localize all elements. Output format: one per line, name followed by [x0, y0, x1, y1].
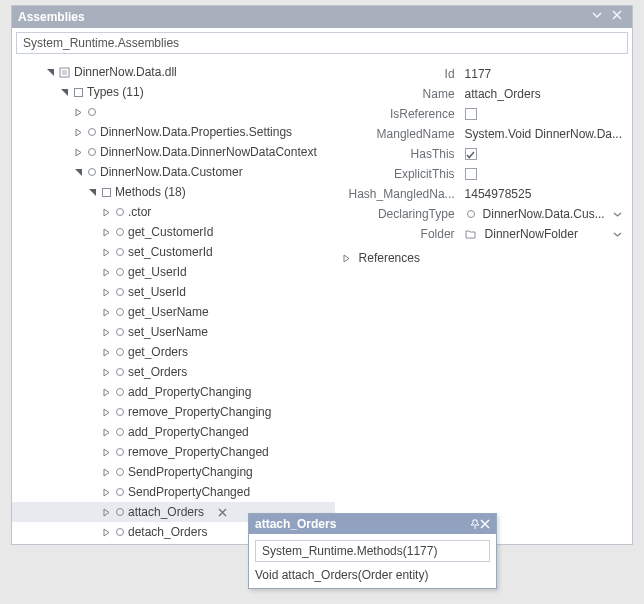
expand-toggle[interactable] [44, 66, 56, 78]
methods-icon [102, 188, 111, 197]
expand-toggle[interactable] [72, 106, 84, 118]
method-icon [116, 448, 124, 456]
prop-folder: Folder DinnerNowFolder [335, 224, 622, 244]
tree-node-types[interactable]: Types (11) [12, 82, 335, 102]
tree-node-method[interactable]: remove_PropertyChanging [12, 402, 335, 422]
expand-toggle[interactable] [58, 86, 70, 98]
method-icon [116, 428, 124, 436]
expand-toggle[interactable] [100, 466, 112, 478]
method-icon [116, 368, 124, 376]
expand-toggle[interactable] [100, 386, 112, 398]
remove-icon[interactable] [216, 506, 228, 518]
tree-node-method[interactable]: add_PropertyChanging [12, 382, 335, 402]
expand-toggle[interactable] [100, 346, 112, 358]
expand-toggle[interactable] [100, 246, 112, 258]
prop-name: Name attach_Orders [335, 84, 622, 104]
expand-toggle[interactable] [72, 146, 84, 158]
tree-node-type[interactable]: DinnerNow.Data.Customer [12, 162, 335, 182]
close-icon[interactable] [612, 10, 626, 24]
expand-toggle[interactable] [100, 446, 112, 458]
tree-node-methods[interactable]: Methods (18) [12, 182, 335, 202]
tooltip-window: attach_Orders System_Runtime.Methods(117… [248, 513, 497, 589]
tree-node-method[interactable]: set_CustomerId [12, 242, 335, 262]
prop-label: DeclaringType [335, 207, 465, 221]
method-icon [116, 288, 124, 296]
expand-toggle[interactable] [100, 526, 112, 538]
tree-node-dll[interactable]: DinnerNow.Data.dll [12, 62, 335, 82]
expand-toggle[interactable] [100, 486, 112, 498]
dropdown-icon[interactable] [613, 230, 622, 239]
tree-view[interactable]: DinnerNow.Data.dll Types (11) DinnerNow.… [12, 58, 335, 544]
type-icon [88, 108, 96, 116]
tree-node-method[interactable]: get_Orders [12, 342, 335, 362]
method-icon [116, 308, 124, 316]
search-value: System_Runtime.Assemblies [23, 36, 179, 50]
method-icon [116, 388, 124, 396]
tree-label: detach_Orders [128, 525, 211, 539]
expand-toggle[interactable] [100, 206, 112, 218]
expand-toggle[interactable] [72, 126, 84, 138]
prop-label: IsReference [335, 107, 465, 121]
expand-toggle[interactable] [100, 326, 112, 338]
expand-toggle[interactable] [86, 186, 98, 198]
close-icon[interactable] [480, 519, 490, 529]
tree-node-method[interactable]: SendPropertyChanging [12, 462, 335, 482]
tree-label: set_CustomerId [128, 245, 217, 259]
tree-label: .ctor [128, 205, 155, 219]
prop-value [465, 108, 622, 120]
expand-toggle[interactable] [100, 506, 112, 518]
tooltip-path-box[interactable]: System_Runtime.Methods(1177) [255, 540, 490, 562]
prop-label: Hash_MangledNa... [335, 187, 465, 201]
checkbox-icon [465, 148, 477, 160]
tooltip-signature: Void attach_Orders(Order entity) [255, 568, 490, 582]
prop-value: System.Void DinnerNow.Da... [465, 127, 622, 141]
dropdown-icon[interactable] [613, 210, 622, 219]
tree-node-method[interactable]: get_UserName [12, 302, 335, 322]
expand-toggle[interactable] [100, 426, 112, 438]
references-row[interactable]: References [335, 248, 622, 268]
prop-value: DinnerNow.Data.Cus... [465, 207, 622, 221]
tree-node-method[interactable]: add_PropertyChanged [12, 422, 335, 442]
tree-node-method[interactable]: get_CustomerId [12, 222, 335, 242]
method-icon [116, 508, 124, 516]
tree-label: add_PropertyChanged [128, 425, 253, 439]
tooltip-titlebar: attach_Orders [249, 514, 496, 534]
tree-node-method[interactable]: set_Orders [12, 362, 335, 382]
expand-toggle[interactable] [100, 366, 112, 378]
dll-icon [58, 66, 70, 78]
expand-toggle[interactable] [100, 226, 112, 238]
expand-toggle[interactable] [100, 286, 112, 298]
type-icon [88, 168, 96, 176]
prop-isreference: IsReference [335, 104, 622, 124]
prop-value: 1454978525 [465, 187, 622, 201]
tree-label: set_Orders [128, 365, 191, 379]
tooltip-path: System_Runtime.Methods(1177) [262, 544, 437, 558]
expand-toggle[interactable] [100, 406, 112, 418]
method-icon [116, 208, 124, 216]
expand-toggle[interactable] [72, 166, 84, 178]
tree-node-type[interactable]: DinnerNow.Data.Properties.Settings [12, 122, 335, 142]
checkbox-icon [465, 108, 477, 120]
tree-node-method[interactable]: .ctor [12, 202, 335, 222]
tree-node-method[interactable]: set_UserName [12, 322, 335, 342]
pin-icon[interactable] [470, 519, 480, 529]
type-icon [88, 148, 96, 156]
expand-toggle[interactable] [341, 252, 353, 264]
tree-node-method[interactable]: get_UserId [12, 262, 335, 282]
tree-node-type[interactable] [12, 102, 335, 122]
tree-node-method[interactable]: remove_PropertyChanged [12, 442, 335, 462]
expand-toggle[interactable] [100, 266, 112, 278]
tree-label: Methods (18) [115, 185, 190, 199]
expand-toggle[interactable] [100, 306, 112, 318]
tree-label: attach_Orders [128, 505, 208, 519]
dropdown-icon[interactable] [592, 10, 606, 24]
tree-node-method[interactable]: set_UserId [12, 282, 335, 302]
tree-node-type[interactable]: DinnerNow.Data.DinnerNowDataContext [12, 142, 335, 162]
prop-hasthis: HasThis [335, 144, 622, 164]
search-box[interactable]: System_Runtime.Assemblies [16, 32, 628, 54]
method-icon [116, 468, 124, 476]
assemblies-panel: Assemblies System_Runtime.Assemblies Din… [11, 5, 633, 545]
tree-node-method[interactable]: SendPropertyChanged [12, 482, 335, 502]
panel-title: Assemblies [18, 10, 586, 24]
prop-hash: Hash_MangledNa... 1454978525 [335, 184, 622, 204]
